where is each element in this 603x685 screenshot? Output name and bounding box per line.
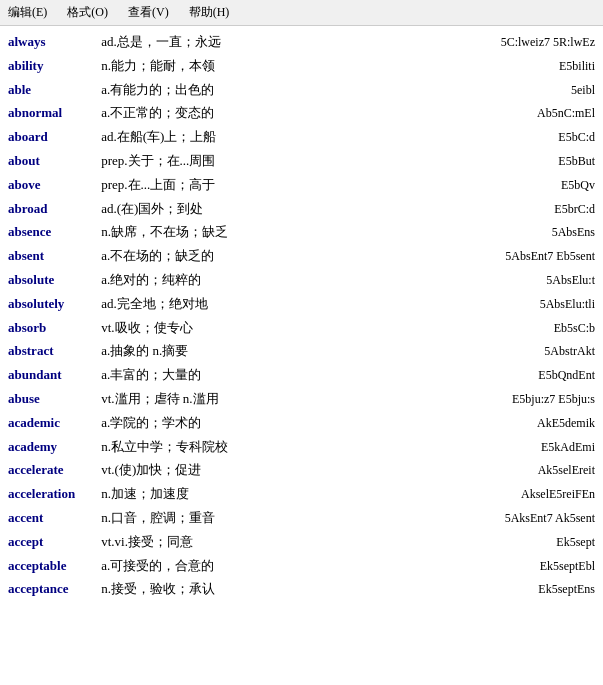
word-row: always ad.总是，一直；永远 5C:lweiz7 5R:lwEz — [8, 30, 595, 54]
word-term: absorb — [8, 317, 98, 338]
word-term: acceptable — [8, 555, 98, 576]
word-phonetic: 5AbsElu:tli — [537, 295, 595, 315]
word-row: abroad ad.(在)国外；到处 E5brC:d — [8, 197, 595, 221]
word-row: abnormal a.不正常的；变态的 Ab5nC:mEl — [8, 101, 595, 125]
word-row: about prep.关于；在...周围 E5bBut — [8, 149, 595, 173]
word-definition: n.私立中学；专科院校 — [98, 436, 534, 457]
word-row: academy n.私立中学；专科院校 E5kAdEmi — [8, 435, 595, 459]
word-phonetic: E5biliti — [556, 57, 595, 77]
word-definition: a.有能力的；出色的 — [98, 79, 564, 100]
word-term: accelerate — [8, 459, 98, 480]
word-term: abundant — [8, 364, 98, 385]
word-definition: a.绝对的；纯粹的 — [98, 269, 539, 290]
word-row: accept vt.vi.接受；同意 Ek5sept — [8, 530, 595, 554]
word-phonetic: 5AbsElu:t — [543, 271, 595, 291]
word-phonetic: Ek5septEns — [535, 580, 595, 600]
menu-item-help[interactable]: 帮助(H) — [185, 2, 234, 23]
word-row: absolute a.绝对的；纯粹的 5AbsElu:t — [8, 268, 595, 292]
word-phonetic: E5bju:z7 E5bju:s — [509, 390, 595, 410]
word-definition: n.缺席，不在场；缺乏 — [98, 221, 545, 242]
word-definition: vt.吸收；使专心 — [98, 317, 547, 338]
word-row: absence n.缺席，不在场；缺乏 5AbsEns — [8, 220, 595, 244]
word-phonetic: Ek5septEbl — [537, 557, 595, 577]
menu-item-format[interactable]: 格式(O) — [63, 2, 112, 23]
word-term: abuse — [8, 388, 98, 409]
word-phonetic: Ak5selEreit — [535, 461, 595, 481]
word-phonetic: E5bBut — [555, 152, 595, 172]
word-definition: a.不在场的；缺乏的 — [98, 245, 498, 266]
word-phonetic: Ab5nC:mEl — [535, 104, 595, 124]
word-row: able a.有能力的；出色的 5eibl — [8, 78, 595, 102]
word-definition: n.加速；加速度 — [98, 483, 515, 504]
content-area: always ad.总是，一直；永远 5C:lweiz7 5R:lwEzabil… — [0, 26, 603, 605]
word-definition: vt.滥用；虐待 n.滥用 — [98, 388, 505, 409]
word-term: absent — [8, 245, 98, 266]
word-term: abroad — [8, 198, 98, 219]
word-phonetic: 5eibl — [568, 81, 595, 101]
menu-item-view[interactable]: 查看(V) — [124, 2, 173, 23]
word-row: absolutely ad.完全地；绝对地 5AbsElu:tli — [8, 292, 595, 316]
word-term: abstract — [8, 340, 98, 361]
word-definition: prep.关于；在...周围 — [98, 150, 551, 171]
word-row: accelerate vt.(使)加快；促进 Ak5selEreit — [8, 458, 595, 482]
word-row: absent a.不在场的；缺乏的 5AbsEnt7 Eb5sent — [8, 244, 595, 268]
word-term: abnormal — [8, 102, 98, 123]
word-row: aboard ad.在船(车)上；上船 E5bC:d — [8, 125, 595, 149]
word-phonetic: Ek5sept — [553, 533, 595, 553]
word-row: accent n.口音，腔调；重音 5AksEnt7 Ak5sent — [8, 506, 595, 530]
word-row: abuse vt.滥用；虐待 n.滥用 E5bju:z7 E5bju:s — [8, 387, 595, 411]
word-row: above prep.在...上面；高于 E5bQv — [8, 173, 595, 197]
word-term: acceptance — [8, 578, 98, 599]
word-row: academic a.学院的；学术的 AkE5demik — [8, 411, 595, 435]
word-term: absolutely — [8, 293, 98, 314]
word-definition: n.能力；能耐，本领 — [98, 55, 552, 76]
word-definition: n.口音，腔调；重音 — [98, 507, 498, 528]
word-term: about — [8, 150, 98, 171]
word-definition: a.不正常的；变态的 — [98, 102, 531, 123]
word-definition: vt.(使)加快；促进 — [98, 459, 531, 480]
word-phonetic: 5AbsEns — [549, 223, 595, 243]
word-term: accept — [8, 531, 98, 552]
word-term: above — [8, 174, 98, 195]
word-definition: a.学院的；学术的 — [98, 412, 531, 433]
word-term: accent — [8, 507, 98, 528]
word-phonetic: E5brC:d — [551, 200, 595, 220]
word-term: acceleration — [8, 483, 98, 504]
menu-bar: 编辑(E) 格式(O) 查看(V) 帮助(H) — [0, 0, 603, 26]
word-term: absence — [8, 221, 98, 242]
word-term: academic — [8, 412, 98, 433]
word-definition: a.丰富的；大量的 — [98, 364, 531, 385]
word-definition: ad.总是，一直；永远 — [98, 31, 494, 52]
word-term: aboard — [8, 126, 98, 147]
word-term: absolute — [8, 269, 98, 290]
word-phonetic: E5kAdEmi — [538, 438, 595, 458]
word-term: ability — [8, 55, 98, 76]
word-phonetic: E5bQndEnt — [535, 366, 595, 386]
word-phonetic: AkE5demik — [535, 414, 595, 434]
word-term: always — [8, 31, 98, 52]
word-row: ability n.能力；能耐，本领 E5biliti — [8, 54, 595, 78]
word-definition: a.抽象的 n.摘要 — [98, 340, 537, 361]
word-phonetic: 5AksEnt7 Ak5sent — [502, 509, 595, 529]
word-definition: prep.在...上面；高于 — [98, 174, 554, 195]
word-phonetic: E5bQv — [558, 176, 595, 196]
word-phonetic: 5C:lweiz7 5R:lwEz — [498, 33, 595, 53]
word-row: abundant a.丰富的；大量的 E5bQndEnt — [8, 363, 595, 387]
word-row: acceleration n.加速；加速度 AkselE5reiFEn — [8, 482, 595, 506]
word-term: academy — [8, 436, 98, 457]
word-row: abstract a.抽象的 n.摘要 5AbstrAkt — [8, 339, 595, 363]
word-row: absorb vt.吸收；使专心 Eb5sC:b — [8, 316, 595, 340]
word-phonetic: Eb5sC:b — [551, 319, 595, 339]
word-phonetic: 5AbstrAkt — [541, 342, 595, 362]
word-phonetic: E5bC:d — [555, 128, 595, 148]
word-definition: n.接受，验收；承认 — [98, 578, 531, 599]
word-definition: ad.在船(车)上；上船 — [98, 126, 551, 147]
word-phonetic: 5AbsEnt7 Eb5sent — [502, 247, 595, 267]
menu-item-edit[interactable]: 编辑(E) — [4, 2, 51, 23]
word-definition: ad.完全地；绝对地 — [98, 293, 533, 314]
word-definition: a.可接受的，合意的 — [98, 555, 533, 576]
word-row: acceptable a.可接受的，合意的 Ek5septEbl — [8, 554, 595, 578]
word-term: able — [8, 79, 98, 100]
word-phonetic: AkselE5reiFEn — [519, 485, 595, 505]
word-row: acceptance n.接受，验收；承认 Ek5septEns — [8, 577, 595, 601]
